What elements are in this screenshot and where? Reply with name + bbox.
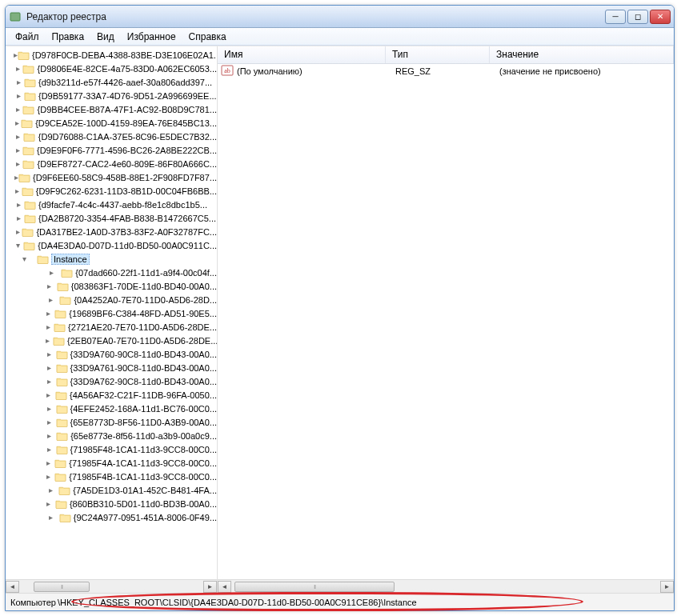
menu-view[interactable]: Вид xyxy=(90,30,121,44)
tree-item-label: {19689BF6-C384-48FD-AD51-90E5... xyxy=(69,309,217,318)
tree-pane: ▸{D978F0CB-DEBA-4388-83BE-D3E106E02A1...… xyxy=(6,46,218,593)
expand-icon[interactable]: ▾ xyxy=(14,241,23,250)
expand-icon[interactable]: ▸ xyxy=(14,64,22,73)
maximize-button[interactable]: ◻ xyxy=(627,10,648,24)
scroll-track[interactable] xyxy=(19,581,203,593)
tree-item[interactable]: ▸{D9CEA52E-100D-4159-89EA-76E845BC13... xyxy=(6,116,217,130)
scroll-thumb[interactable] xyxy=(34,582,90,592)
tree-item[interactable]: ▸{D9BB4CEE-B87A-47F1-AC92-B08D9C781... xyxy=(6,102,217,116)
expand-icon[interactable]: ▸ xyxy=(46,445,56,454)
col-name[interactable]: Имя xyxy=(218,46,386,63)
titlebar[interactable]: Редактор реестра ─ ◻ ✕ xyxy=(6,6,674,28)
tree-item[interactable]: ▸{65E8773D-8F56-11D0-A3B9-00A0... xyxy=(6,415,217,429)
tree-item[interactable]: ▸{2EB07EA0-7E70-11D0-A5D6-28DE... xyxy=(6,334,217,347)
expand-icon[interactable]: ▸ xyxy=(46,336,53,345)
close-button[interactable]: ✕ xyxy=(650,10,671,24)
tree-item[interactable]: ▸{d9facfe7-4c4c-4437-aebb-f8e1c8dbc1b5..… xyxy=(6,198,217,211)
expand-icon[interactable]: ▸ xyxy=(14,186,22,195)
expand-icon[interactable]: ▸ xyxy=(14,78,23,86)
expand-icon[interactable]: ▸ xyxy=(14,91,23,100)
tree-body[interactable]: ▸{D978F0CB-DEBA-4388-83BE-D3E106E02A1...… xyxy=(6,46,217,579)
tree-item[interactable]: ▸{07dad660-22f1-11d1-a9f4-00c04f... xyxy=(6,266,217,279)
tree-item[interactable]: ▸{d9b3211d-e57f-4426-aaef-30a806add397..… xyxy=(6,75,217,89)
tree-item-selected[interactable]: ▾Instance xyxy=(6,252,217,266)
scroll-thumb[interactable] xyxy=(234,582,395,592)
scroll-left-button[interactable]: ◄ xyxy=(218,581,231,593)
expand-icon[interactable]: ▸ xyxy=(14,159,22,168)
tree-item-label: {2EB07EA0-7E70-11D0-A5D6-28DE... xyxy=(67,336,217,346)
tree-item[interactable]: ▸{19689BF6-C384-48FD-AD51-90E5... xyxy=(6,306,217,320)
tree-item[interactable]: ▸{860BB310-5D01-11d0-BD3B-00A0... xyxy=(6,497,217,510)
value-row[interactable]: ab(По умолчанию)REG_SZ(значение не присв… xyxy=(218,64,674,78)
menu-file[interactable]: Файл xyxy=(9,30,46,44)
tree-item[interactable]: ▸{7A5DE1D3-01A1-452C-B481-4FA... xyxy=(6,483,217,497)
values-body[interactable]: ab(По умолчанию)REG_SZ(значение не присв… xyxy=(218,64,674,579)
expand-icon[interactable]: ▸ xyxy=(14,146,22,154)
tree-item[interactable]: ▸{D9EF8727-CAC2-4e60-809E-86F80A666C... xyxy=(6,157,217,170)
tree-item[interactable]: ▸{33D9A760-90C8-11d0-BD43-00A0... xyxy=(6,347,217,361)
status-path: \HKEY_CLASSES_ROOT\CLSID\{DA4E3DA0-D07D-… xyxy=(58,598,417,607)
tree-item[interactable]: ▸{D9806E4E-82CE-4a75-83D0-A062EC6053... xyxy=(6,62,217,75)
menu-favorites[interactable]: Избранное xyxy=(121,30,182,44)
tree-item[interactable]: ▸{33D9A761-90C8-11d0-BD43-00A0... xyxy=(6,361,217,374)
expand-icon[interactable]: ▸ xyxy=(14,118,21,127)
expand-icon[interactable]: ▸ xyxy=(14,214,23,222)
tree-item[interactable]: ▸{D9D76088-C1AA-37E5-8C96-E5DEC7B32... xyxy=(6,130,217,143)
menu-edit[interactable]: Правка xyxy=(46,30,91,44)
tree-item[interactable]: ▸{DA2B8720-3354-4FAB-B838-B1472667C5... xyxy=(6,211,217,225)
expand-icon[interactable]: ▸ xyxy=(46,404,56,413)
tree-item[interactable]: ▸{D9F9C262-6231-11D3-8B1D-00C04FB6BB... xyxy=(6,184,217,198)
expand-icon[interactable]: ▸ xyxy=(46,418,56,426)
tree-item[interactable]: ▸{33D9A762-90C8-11d0-BD43-00A0... xyxy=(6,374,217,388)
expand-icon[interactable]: ▸ xyxy=(46,322,54,331)
tree-item[interactable]: ▸{DA317BE2-1A0D-37B3-83F2-A0F32787FC... xyxy=(6,225,217,238)
expand-icon[interactable]: ▸ xyxy=(46,377,56,386)
tree-item[interactable]: ▾{DA4E3DA0-D07D-11d0-BD50-00A0C911C... xyxy=(6,238,217,252)
tree-item[interactable]: ▸{D9E9F0F6-7771-4596-BC26-2A8BE222CB... xyxy=(6,143,217,157)
tree-item[interactable]: ▸{4A56AF32-C21F-11DB-96FA-0050... xyxy=(6,388,217,402)
values-hscroll[interactable]: ◄ ► xyxy=(218,579,674,593)
expand-icon[interactable]: ▸ xyxy=(46,472,54,481)
menu-help[interactable]: Справка xyxy=(182,30,233,44)
tree-item[interactable]: ▸{71985F48-1CA1-11d3-9CC8-00C0... xyxy=(6,442,217,456)
scroll-right-button[interactable]: ► xyxy=(660,581,674,593)
expand-icon[interactable]: ▸ xyxy=(14,105,22,114)
expand-icon[interactable]: ▸ xyxy=(46,295,59,304)
expand-icon[interactable]: ▾ xyxy=(15,254,36,263)
tree-item[interactable]: ▸{D9B59177-33A7-4D76-9D51-2A996699EE... xyxy=(6,89,217,102)
tree-item[interactable]: ▸{2721AE20-7E70-11D0-A5D6-28DE... xyxy=(6,320,217,334)
tree-item[interactable]: ▸{083863F1-70DE-11d0-BD40-00A0... xyxy=(6,279,217,293)
expand-icon[interactable]: ▸ xyxy=(46,499,55,508)
expand-icon[interactable]: ▸ xyxy=(14,227,22,236)
tree-item-label: {D978F0CB-DEBA-4388-83BE-D3E106E02A1... xyxy=(32,50,217,60)
expand-icon[interactable]: ▸ xyxy=(14,200,23,209)
minimize-button[interactable]: ─ xyxy=(605,10,626,24)
tree-item[interactable]: ▸{0A4252A0-7E70-11D0-A5D6-28D... xyxy=(6,293,217,306)
expand-icon[interactable]: ▸ xyxy=(14,132,23,141)
tree-item[interactable]: ▸{D978F0CB-DEBA-4388-83BE-D3E106E02A1... xyxy=(6,48,217,62)
scroll-track[interactable] xyxy=(231,581,660,593)
scroll-right-button[interactable]: ► xyxy=(203,581,217,593)
scroll-left-button[interactable]: ◄ xyxy=(6,581,19,593)
col-value[interactable]: Значение xyxy=(490,46,674,63)
expand-icon[interactable]: ▸ xyxy=(46,363,56,372)
expand-icon[interactable]: ▸ xyxy=(46,486,58,494)
tree-item[interactable]: ▸{D9F6EE60-58C9-458B-88E1-2F908FD7F87... xyxy=(6,170,217,184)
expand-icon[interactable]: ▸ xyxy=(46,458,54,467)
expand-icon[interactable]: ▸ xyxy=(46,268,61,277)
tree-item-label: {65E8773D-8F56-11D0-A3B9-00A0... xyxy=(70,418,217,427)
tree-item[interactable]: ▸{71985F4B-1CA1-11d3-9CC8-00C0... xyxy=(6,470,217,483)
expand-icon[interactable]: ▸ xyxy=(46,390,55,399)
expand-icon[interactable]: ▸ xyxy=(46,431,56,440)
col-type[interactable]: Тип xyxy=(386,46,490,63)
tree-item-label: {D9F9C262-6231-11D3-8B1D-00C04FB6BB... xyxy=(36,186,217,196)
tree-item[interactable]: ▸{4EFE2452-168A-11d1-BC76-00C0... xyxy=(6,402,217,415)
expand-icon[interactable]: ▸ xyxy=(46,513,59,522)
expand-icon[interactable]: ▸ xyxy=(46,282,57,290)
tree-item[interactable]: ▸{9C24A977-0951-451A-8006-0F49... xyxy=(6,510,217,524)
tree-item[interactable]: ▸{65e8773e-8f56-11d0-a3b9-00a0c9... xyxy=(6,429,217,442)
expand-icon[interactable]: ▸ xyxy=(46,309,54,318)
expand-icon[interactable]: ▸ xyxy=(46,350,56,358)
tree-item[interactable]: ▸{71985F4A-1CA1-11d3-9CC8-00C0... xyxy=(6,456,217,470)
tree-hscroll[interactable]: ◄ ► xyxy=(6,579,217,593)
